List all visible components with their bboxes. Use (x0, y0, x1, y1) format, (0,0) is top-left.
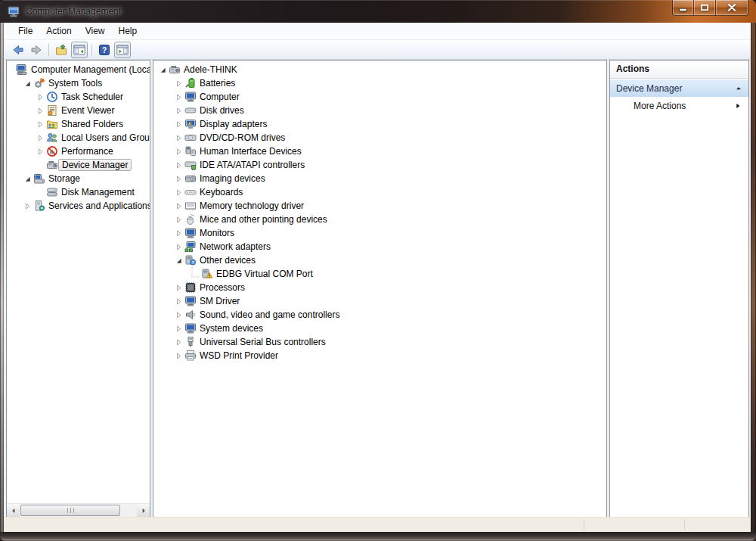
tree-item-label: SM Driver (200, 296, 240, 306)
tree-item-task-scheduler[interactable]: Task Scheduler (7, 90, 150, 104)
expander-collapsed-icon[interactable] (36, 132, 45, 143)
expander-collapsed-icon[interactable] (36, 146, 45, 157)
scroll-left-button[interactable] (7, 504, 20, 517)
content-area: Computer Management (LocalSystem ToolsTa… (4, 60, 751, 532)
expander-collapsed-icon[interactable] (174, 119, 184, 129)
usb-icon (184, 336, 197, 348)
expander-collapsed-icon[interactable] (174, 282, 184, 293)
tree-item-computer[interactable]: Computer (153, 90, 606, 104)
actions-pane: Actions Device Manager More Actions (609, 60, 749, 518)
processor-icon (184, 281, 197, 294)
tree-item-disk-drives[interactable]: Disk drives (153, 104, 606, 117)
expander-collapsed-icon[interactable] (174, 201, 184, 211)
tree-item-shared-folders[interactable]: Shared Folders (7, 117, 150, 131)
tree-item-imaging-devices[interactable]: Imaging devices (153, 172, 606, 185)
expander-expanded-icon[interactable] (23, 78, 33, 89)
window-border-right (751, 23, 756, 532)
tree-item-sound-video-and-game-controllers[interactable]: Sound, video and game controllers (153, 308, 606, 322)
expander-collapsed-icon[interactable] (174, 350, 184, 361)
tree-item-memory-technology-driver[interactable]: Memory technology driver (153, 199, 606, 213)
expander-expanded-icon[interactable] (158, 64, 168, 75)
tree-item-batteries[interactable]: Batteries (153, 76, 606, 90)
tree-item-mice-and-other-pointing-devices[interactable]: Mice and other pointing devices (153, 213, 606, 226)
tree-item-processors[interactable]: Processors (153, 281, 606, 294)
tree-item-disk-management[interactable]: Disk Management (7, 185, 150, 199)
expander-collapsed-icon[interactable] (174, 296, 184, 306)
expander-collapsed-icon[interactable] (174, 105, 184, 116)
tree-item-system-devices[interactable]: System devices (153, 322, 606, 335)
tree-item-display-adapters[interactable]: Display adapters (153, 117, 606, 131)
more-actions-item[interactable]: More Actions (610, 97, 748, 114)
expander-collapsed-icon[interactable] (174, 309, 184, 320)
menu-help[interactable]: Help (112, 24, 144, 38)
expander-collapsed-icon[interactable] (36, 119, 45, 129)
tree-item-device-manager[interactable]: Device Manager (7, 158, 150, 172)
tree-item-computer-management-local[interactable]: Computer Management (Local (7, 63, 150, 76)
expander-collapsed-icon[interactable] (174, 78, 184, 89)
tree-item-other-devices[interactable]: ?Other devices (153, 253, 606, 267)
tree-item-local-users-and-groups[interactable]: Local Users and Groups (7, 131, 150, 145)
expander-collapsed-icon[interactable] (174, 92, 184, 102)
tree-item-keyboards[interactable]: Keyboards (153, 185, 606, 199)
expander-collapsed-icon[interactable] (23, 201, 33, 211)
horizontal-scrollbar[interactable] (7, 503, 150, 517)
scrollbar-track[interactable] (20, 504, 137, 517)
expander-collapsed-icon[interactable] (174, 132, 184, 143)
tree-item-label: Task Scheduler (61, 92, 123, 102)
tree-item-adele-think[interactable]: Adele-THINK (153, 63, 606, 76)
menu-action[interactable]: Action (39, 24, 78, 38)
show-hide-console-tree-button[interactable] (71, 42, 88, 58)
collapse-chevron-icon[interactable] (735, 85, 742, 92)
tree-item-label: Imaging devices (200, 173, 265, 184)
expander-collapsed-icon[interactable] (174, 187, 184, 197)
show-hide-action-pane-button[interactable] (114, 42, 131, 58)
tree-item-label: Processors (200, 282, 245, 293)
svg-text:?: ? (102, 46, 107, 54)
close-button[interactable] (716, 0, 748, 16)
scrollbar-thumb[interactable] (20, 505, 120, 516)
tree-item-services-and-applications[interactable]: Services and Applications (7, 199, 150, 213)
back-button[interactable] (10, 42, 26, 58)
tree-item-human-interface-devices[interactable]: Human Interface Devices (153, 145, 606, 158)
actions-group-device-manager[interactable]: Device Manager (610, 79, 748, 97)
disk-drive-icon (184, 104, 197, 117)
tree-item-event-viewer[interactable]: Event Viewer (7, 104, 150, 117)
tree-item-sm-driver[interactable]: SM Driver (153, 294, 606, 308)
tree-item-storage[interactable]: Storage (7, 172, 150, 185)
tree-item-monitors[interactable]: Monitors (153, 226, 606, 240)
forward-arrow-icon (30, 44, 42, 56)
tree-item-ide-ata-atapi-controllers[interactable]: IDE ATA/ATAPI controllers (153, 158, 606, 172)
menu-file[interactable]: File (11, 24, 39, 38)
menu-view[interactable]: View (79, 24, 112, 38)
expander-collapsed-icon[interactable] (174, 228, 184, 238)
up-one-level-button[interactable] (53, 42, 70, 58)
system-tools-icon (33, 77, 45, 89)
tree-item-wsd-print-provider[interactable]: WSD Print Provider (153, 349, 606, 362)
maximize-button[interactable] (694, 0, 716, 16)
tree-item-system-tools[interactable]: System Tools (7, 76, 150, 90)
tree-item-dvd-cd-rom-drives[interactable]: DVD/CD-ROM drives (153, 131, 606, 145)
tree-item-universal-serial-bus-controllers[interactable]: Universal Serial Bus controllers (153, 335, 606, 349)
expander-collapsed-icon[interactable] (174, 146, 184, 157)
expander-expanded-icon[interactable] (174, 255, 184, 266)
titlebar[interactable]: Computer Management (0, 0, 756, 23)
expander-collapsed-icon[interactable] (174, 173, 184, 184)
minimize-button[interactable] (672, 0, 694, 16)
forward-button[interactable] (28, 42, 45, 58)
expander-collapsed-icon[interactable] (174, 241, 184, 252)
expander-collapsed-icon[interactable] (174, 337, 184, 347)
expander-collapsed-icon[interactable] (36, 105, 45, 116)
tree-item-edbg-virtual-com-port[interactable]: EDBG Virtual COM Port (153, 267, 606, 281)
expander-expanded-icon[interactable] (23, 173, 33, 184)
tree-item-label: IDE ATA/ATAPI controllers (200, 160, 305, 170)
computer-icon (184, 295, 197, 307)
expander-collapsed-icon[interactable] (174, 323, 184, 334)
expander-collapsed-icon[interactable] (174, 160, 184, 170)
expander-collapsed-icon[interactable] (174, 214, 184, 225)
expander-collapsed-icon[interactable] (36, 92, 45, 102)
scroll-right-button[interactable] (137, 504, 150, 517)
close-icon (727, 4, 736, 11)
help-button[interactable]: ? (96, 42, 113, 58)
tree-item-performance[interactable]: Performance (7, 145, 150, 158)
tree-item-network-adapters[interactable]: Network adapters (153, 240, 606, 253)
